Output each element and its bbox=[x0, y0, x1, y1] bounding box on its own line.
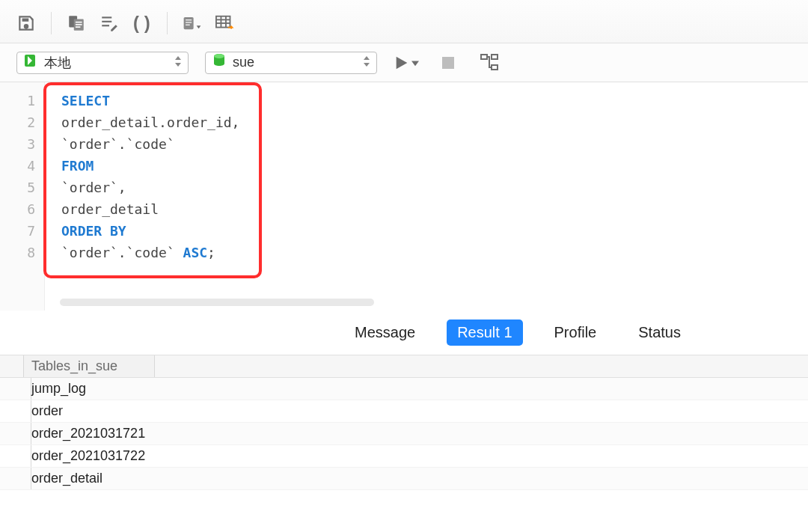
svg-rect-32 bbox=[492, 65, 498, 70]
explain-plan-icon[interactable] bbox=[477, 50, 503, 76]
save-icon[interactable] bbox=[13, 10, 39, 36]
svg-marker-22 bbox=[175, 63, 181, 67]
keyword-token: FROM bbox=[61, 158, 94, 174]
keyword-token: ASC bbox=[183, 245, 208, 260]
database-label: sue bbox=[233, 55, 357, 70]
svg-rect-31 bbox=[492, 55, 498, 59]
table-export-icon[interactable] bbox=[212, 10, 238, 36]
table-row[interactable]: order bbox=[0, 400, 808, 423]
code-line[interactable]: FROM bbox=[61, 155, 808, 177]
svg-rect-6 bbox=[102, 20, 111, 22]
svg-rect-10 bbox=[186, 19, 192, 20]
keyword-token: ORDER BY bbox=[61, 223, 126, 239]
code-line[interactable]: `order`.`code` bbox=[61, 133, 808, 155]
code-token: `order`.`code` bbox=[61, 136, 175, 152]
svg-point-24 bbox=[214, 54, 224, 58]
code-line[interactable]: `order`.`code` ASC; bbox=[61, 242, 808, 263]
table-row[interactable]: order_2021031721 bbox=[0, 423, 808, 445]
svg-rect-4 bbox=[76, 26, 81, 28]
svg-rect-2 bbox=[76, 21, 82, 22]
cell[interactable]: order_detail bbox=[31, 471, 102, 486]
svg-rect-5 bbox=[102, 16, 111, 18]
tab-result-1[interactable]: Result 1 bbox=[447, 319, 522, 346]
edit-list-icon[interactable] bbox=[97, 10, 122, 36]
run-button[interactable] bbox=[394, 55, 419, 71]
code-line[interactable]: ORDER BY bbox=[61, 220, 808, 242]
line-number: 1 bbox=[0, 90, 35, 111]
line-number: 5 bbox=[0, 177, 35, 198]
code-token: `order`, bbox=[61, 180, 126, 195]
svg-rect-9 bbox=[184, 16, 194, 28]
stop-button[interactable] bbox=[435, 50, 461, 76]
cell[interactable]: jump_log bbox=[31, 381, 86, 397]
code-content[interactable]: SELECTorder_detail.order_id,`order`.`cod… bbox=[61, 90, 808, 263]
code-line[interactable]: order_detail.order_id, bbox=[61, 111, 808, 133]
tab-profile[interactable]: Profile bbox=[544, 319, 607, 346]
database-dropdown[interactable]: sue bbox=[205, 52, 377, 74]
line-number: 6 bbox=[0, 198, 35, 220]
line-gutter: 12345678 bbox=[0, 82, 45, 311]
svg-rect-29 bbox=[442, 57, 454, 69]
database-icon bbox=[212, 53, 227, 72]
svg-rect-12 bbox=[186, 24, 190, 25]
svg-marker-13 bbox=[197, 25, 201, 28]
svg-marker-27 bbox=[397, 56, 408, 69]
line-number: 8 bbox=[0, 242, 35, 263]
keyword-token: SELECT bbox=[61, 93, 110, 108]
column-header-row: Tables_in_sue bbox=[0, 355, 808, 378]
code-token: order_detail.order_id, bbox=[61, 114, 239, 130]
svg-marker-25 bbox=[364, 56, 370, 60]
main-toolbar: ( ) bbox=[0, 0, 808, 43]
svg-rect-7 bbox=[102, 25, 109, 26]
svg-rect-3 bbox=[76, 24, 82, 25]
svg-marker-26 bbox=[364, 63, 370, 67]
cell[interactable]: order bbox=[31, 403, 63, 419]
row-gutter bbox=[7, 400, 31, 422]
horizontal-scrollbar[interactable] bbox=[60, 299, 374, 306]
code-line[interactable]: SELECT bbox=[61, 90, 808, 111]
code-line[interactable]: `order`, bbox=[61, 177, 808, 198]
svg-marker-28 bbox=[411, 61, 419, 66]
table-row[interactable]: order_2021031722 bbox=[0, 445, 808, 468]
results-tabs: MessageResult 1ProfileStatus bbox=[0, 311, 808, 355]
table-row[interactable]: order_detail bbox=[0, 468, 808, 490]
connection-icon bbox=[23, 53, 38, 72]
svg-rect-11 bbox=[186, 22, 192, 22]
connection-dropdown[interactable]: 本地 bbox=[16, 52, 189, 74]
code-token: ; bbox=[207, 245, 215, 260]
connection-label: 本地 bbox=[44, 54, 168, 72]
code-line[interactable]: order_detail bbox=[61, 198, 808, 220]
row-gutter bbox=[7, 468, 31, 489]
document-dropdown-icon[interactable] bbox=[180, 10, 205, 36]
cell[interactable]: order_2021031721 bbox=[31, 426, 145, 441]
code-token: order_detail bbox=[61, 201, 159, 217]
column-header[interactable]: Tables_in_sue bbox=[24, 355, 155, 377]
line-number: 3 bbox=[0, 133, 35, 155]
row-gutter bbox=[7, 423, 31, 444]
connection-toolbar: 本地 sue bbox=[0, 43, 808, 82]
svg-rect-14 bbox=[216, 16, 230, 27]
line-number: 4 bbox=[0, 155, 35, 177]
toolbar-separator bbox=[167, 12, 168, 34]
line-number: 7 bbox=[0, 220, 35, 242]
copy-docs-icon[interactable] bbox=[64, 10, 89, 36]
row-gutter bbox=[7, 445, 31, 467]
svg-marker-21 bbox=[175, 56, 181, 60]
code-token: `order`.`code` bbox=[61, 245, 183, 260]
parentheses-icon[interactable]: ( ) bbox=[129, 10, 155, 36]
row-gutter bbox=[7, 378, 31, 400]
cell[interactable]: order_2021031722 bbox=[31, 448, 145, 464]
tab-message[interactable]: Message bbox=[344, 319, 426, 346]
line-number: 2 bbox=[0, 111, 35, 133]
updown-caret-icon bbox=[174, 55, 182, 70]
table-row[interactable]: jump_log bbox=[0, 378, 808, 400]
sql-editor[interactable]: 12345678 SELECTorder_detail.order_id,`or… bbox=[0, 82, 808, 311]
svg-text:( ): ( ) bbox=[133, 13, 150, 33]
header-corner bbox=[0, 355, 24, 377]
results-grid: Tables_in_sue jump_logorderorder_2021031… bbox=[0, 355, 808, 490]
tab-status[interactable]: Status bbox=[628, 319, 691, 346]
updown-caret-icon bbox=[363, 55, 370, 70]
svg-rect-30 bbox=[481, 55, 487, 59]
toolbar-separator bbox=[51, 12, 52, 34]
